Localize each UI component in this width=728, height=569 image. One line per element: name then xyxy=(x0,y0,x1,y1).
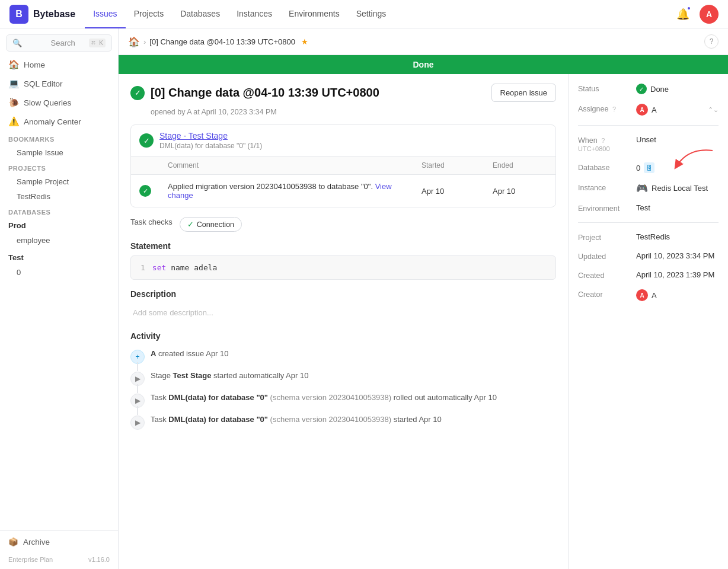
row-comment: Applied migration version 20230410053938… xyxy=(159,175,413,207)
connection-check-badge: ✓ Connection xyxy=(180,217,242,232)
stage-section: ✓ Stage - Test Stage DML(data) for datab… xyxy=(130,124,556,207)
description-placeholder[interactable]: Add some description... xyxy=(130,303,556,322)
search-bar[interactable]: 🔍 Search ⌘ K xyxy=(6,34,112,52)
projects-section-label: Projects xyxy=(0,160,118,174)
row-started: Apr 10 xyxy=(413,175,484,207)
code-line-number: 1 xyxy=(141,263,145,272)
description-section: Description Add some description... xyxy=(119,289,568,331)
logo-icon: B xyxy=(9,5,28,24)
bookmarks-section-label: Bookmarks xyxy=(0,131,118,145)
statement-label: Statement xyxy=(130,241,556,251)
sidebar: 🔍 Search ⌘ K 🏠 Home 💻 SQL Editor 🐌 Slow … xyxy=(0,28,119,569)
sidebar-db-0[interactable]: 0 xyxy=(0,265,118,280)
sidebar-slow-label: Slow Queries xyxy=(24,98,71,107)
assignee-arrows[interactable]: ⌃⌄ xyxy=(708,106,719,114)
slow-queries-icon: 🐌 xyxy=(8,97,19,108)
sidebar-item-home[interactable]: 🏠 Home xyxy=(0,55,118,74)
row-ended: Apr 10 xyxy=(484,175,555,207)
panel-when: When ?UTC+0800 Unset xyxy=(578,135,719,153)
connection-check-label: Connection xyxy=(197,220,234,229)
anomaly-icon: ⚠️ xyxy=(8,116,19,127)
version-label: v1.16.0 xyxy=(88,556,110,563)
when-label: When ?UTC+0800 xyxy=(578,135,631,153)
layout: 🔍 Search ⌘ K 🏠 Home 💻 SQL Editor 🐌 Slow … xyxy=(0,28,728,569)
activity-item-1: ▶ Stage Test Stage started automatically… xyxy=(130,367,556,389)
status-text: Done xyxy=(650,85,669,94)
updated-value: April 10, 2023 3:34 PM xyxy=(636,251,719,260)
connection-check-icon: ✓ xyxy=(187,220,194,229)
sidebar-project-testredis[interactable]: TestRedis xyxy=(0,189,118,204)
status-done-indicator: ✓ Done xyxy=(636,84,669,94)
updated-label: Updated xyxy=(578,251,631,261)
reopen-issue-button[interactable]: Reopen issue xyxy=(491,84,557,102)
project-label: Project xyxy=(578,232,631,242)
sidebar-item-slow-queries[interactable]: 🐌 Slow Queries xyxy=(0,93,118,112)
sidebar-home-label: Home xyxy=(24,60,45,69)
nav-instances[interactable]: Instances xyxy=(228,0,280,28)
plan-label: Enterprise Plan xyxy=(8,556,53,563)
user-avatar[interactable]: A xyxy=(700,5,719,24)
database-icon: 🗄 xyxy=(644,162,654,173)
nav-projects[interactable]: Projects xyxy=(126,0,173,28)
assignee-select[interactable]: A A ⌃⌄ xyxy=(636,104,719,116)
nav-environments[interactable]: Environments xyxy=(280,0,348,28)
activity-label: Activity xyxy=(130,331,556,341)
activity-text-3: Task DML(data) for database "0" (schema … xyxy=(151,415,442,424)
col-comment: Comment xyxy=(159,156,413,175)
search-shortcut: ⌘ K xyxy=(89,39,106,47)
activity-text-0: A created issue Apr 10 xyxy=(151,349,229,358)
breadcrumb-star[interactable]: ★ xyxy=(301,37,308,46)
col-status xyxy=(131,156,159,175)
panel-database: Database 0 🗄 xyxy=(578,162,719,173)
creator-value: A A xyxy=(636,289,719,301)
instance-value: 🎮 Redis Local Test xyxy=(636,183,719,194)
creator-label: Creator xyxy=(578,289,631,299)
code-keyword: set xyxy=(152,263,166,272)
breadcrumb-home-icon[interactable]: 🏠 xyxy=(128,36,140,47)
sidebar-project-sample[interactable]: Sample Project xyxy=(0,174,118,189)
panel-status: Status ✓ Done xyxy=(578,84,719,94)
nav-databases[interactable]: Databases xyxy=(172,0,228,28)
panel-instance: Instance 🎮 Redis Local Test xyxy=(578,183,719,194)
panel-updated: Updated April 10, 2023 3:34 PM xyxy=(578,251,719,261)
status-done-bar: Done xyxy=(119,55,728,74)
stage-sub: DML(data) for database "0" (1/1) xyxy=(159,142,262,150)
created-value: April 10, 2023 1:39 PM xyxy=(636,270,719,279)
instance-icon: 🎮 xyxy=(636,183,648,194)
sidebar-item-anomaly-center[interactable]: ⚠️ Anomaly Center xyxy=(0,112,118,131)
environment-label: Environment xyxy=(578,203,631,213)
nav-settings[interactable]: Settings xyxy=(348,0,395,28)
search-label: Search xyxy=(51,39,85,47)
nav-issues[interactable]: Issues xyxy=(85,0,125,28)
activity-item-2: ▶ Task DML(data) for database "0" (schem… xyxy=(130,389,556,411)
code-rest: name adela xyxy=(166,263,217,272)
when-timezone: UTC+0800 xyxy=(578,145,610,152)
row-status-icon: ✓ xyxy=(139,185,151,197)
nav-right: 🔔 A xyxy=(673,5,719,24)
breadcrumb-help[interactable]: ? xyxy=(704,34,719,49)
notification-button[interactable]: 🔔 xyxy=(673,5,692,24)
when-help-icon[interactable]: ? xyxy=(601,137,605,144)
sidebar-archive[interactable]: 📦 Archive xyxy=(0,531,118,552)
assignee-name: A xyxy=(652,106,657,114)
panel-divider-1 xyxy=(578,125,719,126)
created-label: Created xyxy=(578,270,631,280)
sidebar-db-group-prod: Prod xyxy=(0,218,118,233)
sidebar-item-sql-editor[interactable]: 💻 SQL Editor xyxy=(0,74,118,93)
table-row: ✓ Applied migration version 202304100539… xyxy=(131,175,555,207)
logo-text: Bytebase xyxy=(33,9,75,20)
sidebar-db-group-test: Test xyxy=(0,250,118,265)
col-started: Started xyxy=(413,156,484,175)
sidebar-bookmark-sample-issue[interactable]: Sample Issue xyxy=(0,145,118,160)
stage-link[interactable]: Stage - Test Stage xyxy=(159,131,262,140)
statement-section: Statement 1set name adela xyxy=(119,241,568,289)
issue-meta: opened by A at April 10, 2023 3:34 PM xyxy=(119,107,568,124)
activity-list: + A created issue Apr 10 ▶ Stage Test St… xyxy=(130,346,556,433)
panel-project: Project TestRedis xyxy=(578,232,719,242)
activity-text-2: Task DML(data) for database "0" (schema … xyxy=(151,393,497,402)
sidebar-bottom: 📦 Archive Enterprise Plan v1.16.0 xyxy=(0,530,118,569)
status-check-icon: ✓ xyxy=(636,84,647,94)
assignee-help-icon[interactable]: ? xyxy=(612,106,616,113)
sidebar-db-employee[interactable]: employee xyxy=(0,233,118,248)
assignee-label: Assignee ? xyxy=(578,104,631,113)
